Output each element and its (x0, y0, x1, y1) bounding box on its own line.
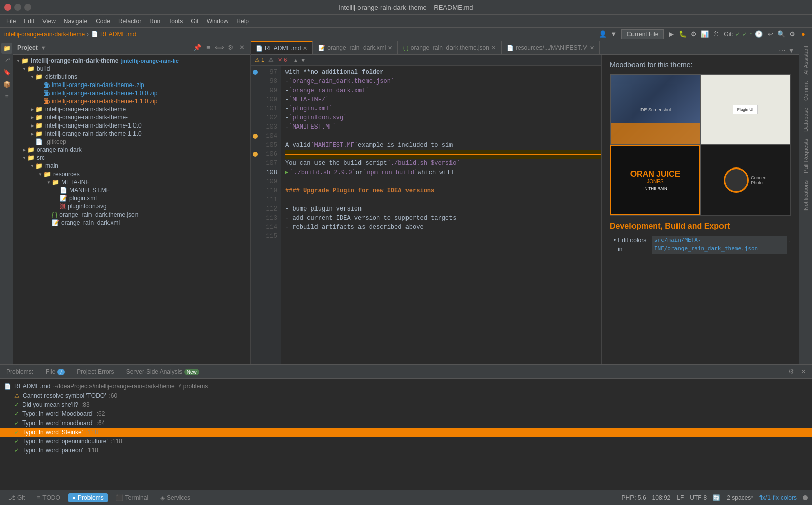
menu-run[interactable]: Run (145, 17, 164, 26)
problem-item-2[interactable]: ✓ Typo: In word 'Moodboard' :62 (0, 409, 812, 418)
tree-item[interactable]: 📁 intellij-orange-rain-dark-theme- (13, 113, 250, 121)
menu-edit[interactable]: Edit (20, 17, 38, 26)
tree-item[interactable]: 📁 orange-rain-dark (13, 146, 250, 154)
bottom-tab-services[interactable]: ◈ Services (156, 493, 194, 502)
menu-tools[interactable]: Tools (164, 17, 187, 26)
tree-item[interactable]: 📁 build (13, 65, 250, 73)
problems-tab-server[interactable]: Server-Side Analysis New (124, 368, 201, 375)
menu-navigate[interactable]: Navigate (60, 17, 92, 26)
breadcrumb-project-link[interactable]: intellij-orange-rain-dark-theme (4, 31, 85, 38)
menu-code[interactable]: Code (92, 17, 114, 26)
problem-item-6[interactable]: ✓ Typo: In word 'patreon' :118 (0, 446, 812, 455)
run-icon[interactable]: ▶ (667, 30, 676, 39)
notification-icon[interactable]: ● (799, 30, 808, 39)
problem-item-1[interactable]: ✓ Did you mean she'll? :83 (0, 400, 812, 409)
current-file-button[interactable]: Current File (621, 29, 664, 39)
status-php[interactable]: PHP: 5.6 (622, 494, 646, 501)
tree-item[interactable]: 📁 intellij-orange-rain-dark-theme-1.0.0 (13, 121, 250, 130)
menu-view[interactable]: View (38, 17, 60, 26)
hint-nav-up[interactable]: ▲ (293, 57, 298, 63)
window-controls[interactable] (4, 4, 31, 11)
search-icon[interactable]: 🔍 (777, 30, 786, 39)
tree-item[interactable]: 📁 META-INF (13, 178, 250, 186)
sidebar-bookmark-icon[interactable]: 🔖 (1, 67, 12, 78)
tree-item[interactable]: 🗜 intellij-orange-rain-dark-theme-1.1.0.… (13, 97, 250, 105)
tree-item[interactable]: 🗜 intellij-orange-rain-dark-theme-1.0.0.… (13, 89, 250, 97)
code-lines[interactable]: with **no additional folder - `orange_ra… (281, 66, 601, 364)
sidebar-project-icon[interactable]: 📁 (1, 43, 12, 54)
problems-close-icon[interactable]: ✕ (799, 367, 808, 376)
history-icon[interactable]: 🕐 (754, 30, 763, 39)
sidebar-commit[interactable]: Commit (801, 78, 811, 104)
status-sync-icon[interactable]: 🔄 (713, 494, 720, 501)
status-encoding[interactable]: UTF-8 (690, 494, 707, 501)
menu-help[interactable]: Help (232, 17, 253, 26)
bottom-tab-git[interactable]: ⎇ Git (4, 493, 29, 502)
sidebar-notifications[interactable]: Notifications (801, 177, 811, 214)
tree-item[interactable]: 🗜 intellij-orange-rain-dark-theme-.zip (13, 81, 250, 89)
tab-readme[interactable]: 📄 README.md ✕ (251, 41, 313, 54)
sidebar-structure-icon[interactable]: ≡ (1, 91, 12, 102)
problem-item-3[interactable]: ✓ Typo: In word 'moodboard' :64 (0, 418, 812, 428)
coverage-icon[interactable]: 📊 (700, 30, 709, 39)
debug-icon[interactable]: 🐛 (678, 30, 687, 39)
breadcrumb-file[interactable]: README.md (100, 31, 136, 38)
bottom-tab-problems[interactable]: ● Problems (68, 493, 108, 502)
panel-dropdown[interactable]: ▼ (41, 45, 47, 51)
status-branch[interactable]: fix/1-fix-colors (759, 494, 797, 501)
menu-git[interactable]: Git (187, 17, 202, 26)
close-button[interactable] (4, 4, 11, 11)
profile-icon[interactable]: 👤 (598, 30, 607, 39)
hint-nav-down[interactable]: ▼ (300, 57, 306, 63)
problems-tab-project[interactable]: Project Errors (75, 368, 116, 375)
tab-readme-close[interactable]: ✕ (303, 45, 307, 52)
tab-xml[interactable]: 📝 orange_rain_dark.xml ✕ (313, 41, 398, 54)
problem-item-0[interactable]: ⚠ Cannot resolve symbol 'TODO' :60 (0, 391, 812, 400)
tab-manifest-close[interactable]: ✕ (590, 45, 594, 51)
tree-item[interactable]: { } orange_rain_dark.theme.json (13, 211, 250, 219)
tab-manifest[interactable]: 📄 resources/.../MANIFEST.M ✕ (502, 41, 600, 54)
tree-item[interactable]: 📁 intellij-orange-rain-dark-theme-1.1.0 (13, 130, 250, 138)
maximize-button[interactable] (24, 4, 31, 11)
bottom-tab-terminal[interactable]: ⬛ Terminal (112, 493, 152, 502)
panel-pin-icon[interactable]: 📌 (193, 43, 202, 52)
tree-item[interactable]: 📁 src (13, 154, 250, 162)
problem-item-5[interactable]: ✓ Typo: In word 'openmindculture' :118 (0, 437, 812, 446)
panel-close-icon[interactable]: ✕ (237, 43, 246, 52)
problems-tab-file[interactable]: File 7 (43, 368, 67, 375)
panel-settings-icon[interactable]: ⚙ (226, 43, 235, 52)
tree-item[interactable]: 📝 orange_rain_dark.xml (13, 219, 250, 227)
menu-window[interactable]: Window (203, 17, 233, 26)
status-line-ending[interactable]: LF (676, 494, 684, 501)
status-indent[interactable]: 2 spaces* (727, 494, 753, 501)
settings-icon[interactable]: ⚙ (788, 30, 797, 39)
tree-item[interactable]: 📁 resources (13, 170, 250, 178)
tree-item[interactable]: 📝 plugin.xml (13, 194, 250, 202)
profile-run-icon[interactable]: ⏱ (711, 30, 720, 39)
sidebar-pull-requests[interactable]: Pull Requests (801, 136, 811, 176)
run-config-icon[interactable]: ⚙ (689, 30, 698, 39)
tree-item[interactable]: 📄 .gitkeep (13, 138, 250, 146)
panel-expand-icon[interactable]: ⟺ (215, 43, 224, 52)
sidebar-npm-icon[interactable]: 📦 (1, 79, 12, 90)
dropdown-icon[interactable]: ▼ (609, 30, 618, 39)
tree-item[interactable]: 📁 intellij-orange-rain-dark-theme (13, 105, 250, 113)
tab-json-close[interactable]: ✕ (491, 45, 496, 51)
menu-file[interactable]: File (2, 17, 20, 26)
rollback-icon[interactable]: ↩ (765, 30, 775, 39)
tree-item[interactable]: 📁 distributions (13, 73, 250, 81)
bottom-tab-todo[interactable]: ≡ TODO (33, 493, 64, 502)
problem-item-4[interactable]: ✓ Typo: In word 'Steinke' :118 (0, 428, 812, 437)
tab-xml-close[interactable]: ✕ (388, 45, 392, 51)
menu-refactor[interactable]: Refactor (114, 17, 145, 26)
sidebar-database[interactable]: Database (801, 105, 811, 135)
status-position[interactable]: 108:92 (652, 494, 671, 501)
sidebar-commit-icon[interactable]: ⎇ (1, 55, 12, 66)
tree-item[interactable]: 📁 intellij-orange-rain-dark-theme [intel… (13, 57, 250, 65)
tree-item[interactable]: 🖼 pluginIcon.svg (13, 202, 250, 211)
tree-item[interactable]: 📄 MANIFEST.MF (13, 186, 250, 194)
problems-settings-icon[interactable]: ⚙ (787, 367, 796, 376)
tree-item[interactable]: 📁 main (13, 162, 250, 170)
tab-json[interactable]: { } orange_rain_dark.theme.json ✕ (398, 41, 502, 54)
panel-layout-icon[interactable]: ≡ (204, 43, 213, 52)
